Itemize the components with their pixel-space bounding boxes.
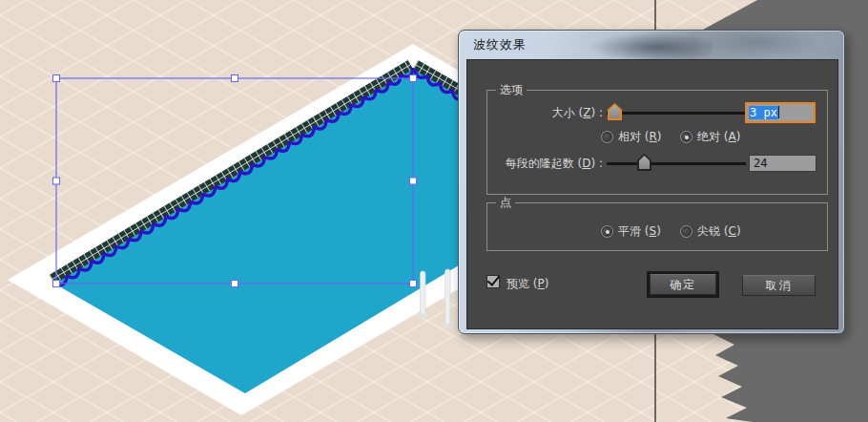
points-group-label: 点 [496, 196, 515, 209]
relative-radio-label[interactable]: 相对 (R) [618, 130, 662, 144]
selection-handle[interactable] [232, 75, 238, 82]
smooth-radio-label[interactable]: 平滑 (S) [618, 224, 661, 239]
size-label: 大小 (Z) : [467, 105, 603, 121]
dialog-title: 波纹效果 [473, 36, 527, 53]
selection-handle[interactable] [410, 281, 417, 287]
selection-handle[interactable] [53, 178, 60, 184]
smooth-radio[interactable] [601, 225, 613, 238]
ridges-slider-thumb-face [639, 156, 650, 169]
text-caret [778, 106, 779, 118]
absolute-radio[interactable] [680, 131, 692, 143]
selection-handle[interactable] [232, 281, 238, 287]
dialog-content: 选项 大小 (Z) : 3 px 相对 (R) 绝对 (A) 每段的隆起数 (D… [466, 59, 838, 329]
ok-button[interactable]: 确定 [650, 274, 716, 295]
preview-label[interactable]: 预览 (P) [506, 276, 548, 292]
size-slider-track[interactable] [607, 112, 746, 115]
zigzag-effect-dialog: 波纹效果 选项 大小 (Z) : 3 px 相对 (R) 绝对 (A) 每段的隆… [458, 30, 845, 334]
selection-handle[interactable] [410, 178, 417, 184]
preview-checkbox[interactable] [486, 275, 500, 288]
relative-radio[interactable] [601, 131, 613, 143]
titlebar-glass-smudge [702, 31, 816, 59]
corner-radio[interactable] [680, 225, 692, 238]
selection-handle[interactable] [53, 281, 60, 287]
ridges-input[interactable]: 24 [749, 155, 816, 172]
selection-handle[interactable] [410, 75, 417, 82]
size-slider-thumb-face [610, 105, 620, 118]
selection-handle[interactable] [53, 75, 60, 82]
smooth-corner-row: 平滑 (S) 尖锐 (C) [467, 224, 837, 240]
options-group-label: 选项 [496, 83, 527, 96]
size-input[interactable]: 3 px [745, 102, 816, 123]
cancel-button[interactable]: 取消 [742, 275, 816, 296]
titlebar-glass-smudge [589, 32, 713, 59]
dialog-titlebar[interactable]: 波纹效果 [459, 31, 844, 59]
relative-absolute-row: 相对 (R) 绝对 (A) [467, 130, 837, 145]
ridges-slider-track[interactable] [607, 162, 746, 165]
ridges-label: 每段的隆起数 (D) : [467, 156, 603, 172]
corner-radio-label[interactable]: 尖锐 (C) [697, 224, 741, 239]
absolute-radio-label[interactable]: 绝对 (A) [697, 130, 740, 144]
